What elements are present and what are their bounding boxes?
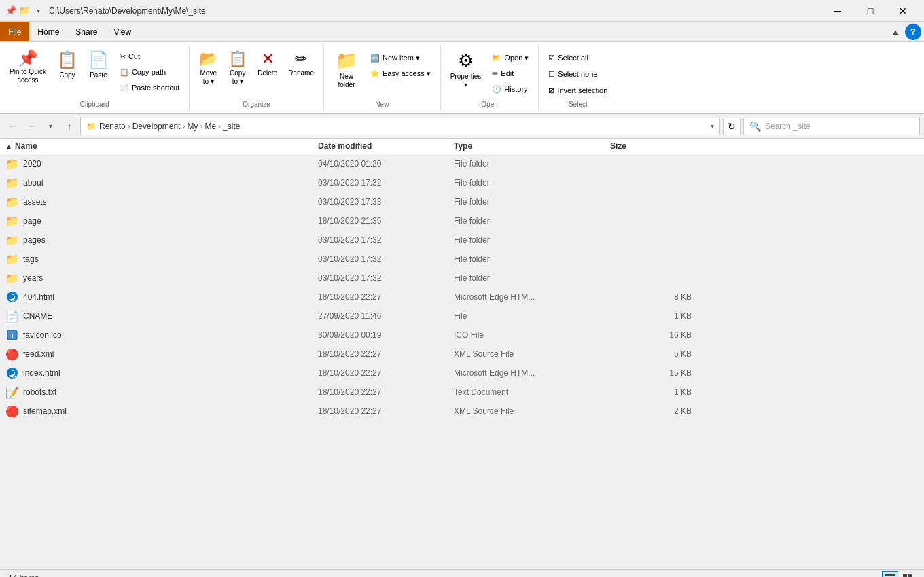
table-row[interactable]: 📁 assets 03/10/2020 17:33 File folder [0, 192, 924, 211]
file-date: 03/10/2020 17:33 [318, 197, 454, 207]
file-name: sitemap.xml [23, 406, 318, 416]
col-header-name[interactable]: ▲ Name [5, 141, 318, 151]
restore-button[interactable]: □ [855, 0, 886, 22]
table-row[interactable]: 📁 tags 03/10/2020 17:32 File folder [0, 249, 924, 268]
table-row[interactable]: 📁 years 03/10/2020 17:32 File folder [0, 268, 924, 287]
ribbon-paste-btn[interactable]: 📄 Paste [84, 48, 113, 82]
pin-label: Pin to Quickaccess [10, 68, 46, 84]
ribbon-open-btn[interactable]: 📂 Open ▾ [488, 50, 533, 65]
ribbon-select-all-btn[interactable]: ☑ Select all [544, 50, 611, 65]
file-date: 30/09/2020 00:19 [318, 330, 454, 340]
ribbon-delete-btn[interactable]: ✕ Delete [253, 48, 281, 80]
ribbon-edit-btn[interactable]: ✏ Edit [488, 66, 533, 81]
table-row[interactable]: 📝 robots.txt 18/10/2020 22:27 Text Docum… [0, 383, 924, 402]
address-bar[interactable]: 📁 Renato › Development › My › Me › _site… [80, 118, 720, 135]
bc-my[interactable]: My [187, 122, 198, 131]
ribbon-copy-to-btn[interactable]: 📋 Copyto ▾ [224, 48, 251, 88]
menu-share[interactable]: Share [67, 22, 105, 41]
table-row[interactable]: 📁 about 03/10/2020 17:32 File folder [0, 173, 924, 192]
file-icon: 📄 [5, 309, 19, 323]
easy-access-label: Easy access ▾ [383, 69, 431, 78]
file-type: ICO File [454, 330, 610, 340]
svg-text:I: I [12, 333, 13, 339]
table-row[interactable]: index.html 18/10/2020 22:27 Microsoft Ed… [0, 364, 924, 383]
folder-icon-address: 📁 [86, 122, 96, 131]
ribbon-move-to-btn[interactable]: 📂 Moveto ▾ [195, 48, 221, 88]
ribbon-cut-btn[interactable]: ✂ Cut [116, 49, 183, 64]
bc-me[interactable]: Me [205, 122, 216, 131]
title-bar-path: C:\Users\Renato\Development\My\Me\_site [49, 6, 822, 16]
table-row[interactable]: 🔴 feed.xml 18/10/2020 22:27 XML Source F… [0, 345, 924, 364]
ribbon-easy-access-btn[interactable]: ⭐ Easy access ▾ [366, 66, 435, 81]
file-type: File folder [454, 273, 610, 283]
menu-file[interactable]: File [0, 22, 29, 41]
ribbon-collapse-btn[interactable]: ▲ [891, 27, 900, 37]
large-icons-view-btn[interactable] [900, 571, 916, 578]
file-type: Microsoft Edge HTM... [454, 368, 610, 378]
file-name: page [23, 216, 318, 226]
invert-icon: ⊠ [548, 86, 554, 95]
table-row[interactable]: 📁 pages 03/10/2020 17:32 File folder [0, 230, 924, 249]
rename-label: Rename [288, 69, 314, 77]
file-icon: 🔴 [5, 404, 19, 418]
svg-rect-9 [908, 574, 912, 578]
minimize-button[interactable]: ─ [822, 0, 853, 22]
table-row[interactable]: 📄 CNAME 27/09/2020 11:46 File 1 KB [0, 307, 924, 326]
menu-view[interactable]: View [105, 22, 139, 41]
table-row[interactable]: 📁 page 18/10/2020 21:35 File folder [0, 211, 924, 230]
paste-large-icon: 📄 [88, 50, 109, 70]
forward-button[interactable]: → [23, 118, 39, 135]
search-box[interactable]: 🔍 Search _site [743, 118, 920, 135]
copy-to-label: Copyto ▾ [230, 69, 245, 86]
refresh-button[interactable]: ↻ [723, 118, 741, 135]
bc-development[interactable]: Development [132, 122, 181, 131]
help-button[interactable]: ? [905, 24, 921, 40]
ribbon-new-item-btn[interactable]: 🆕 New item ▾ [366, 50, 435, 65]
address-bar-row: ← → ▾ ↑ 📁 Renato › Development › My › Me… [0, 114, 924, 139]
file-icon [5, 366, 19, 380]
search-icon: 🔍 [749, 121, 761, 132]
close-button[interactable]: ✕ [887, 0, 919, 22]
select-col: ☑ Select all ☐ Select none ⊠ Invert sele… [544, 50, 611, 98]
table-row[interactable]: 🔴 sitemap.xml 18/10/2020 22:27 XML Sourc… [0, 402, 924, 421]
table-row[interactable]: 📁 2020 04/10/2020 01:20 File folder [0, 154, 924, 173]
file-date: 03/10/2020 17:32 [318, 254, 454, 264]
file-type: File folder [454, 178, 610, 188]
file-date: 18/10/2020 22:27 [318, 406, 454, 416]
bc-renato[interactable]: Renato [99, 122, 126, 131]
address-dropdown-btn[interactable]: ▾ [711, 122, 714, 130]
file-size: 16 KB [610, 330, 692, 340]
ribbon-properties-btn[interactable]: ⚙ Properties▾ [446, 48, 486, 92]
ribbon-new-folder-btn[interactable]: 📁 Newfolder [330, 48, 363, 92]
file-date: 18/10/2020 22:27 [318, 368, 454, 378]
svg-rect-8 [903, 574, 907, 578]
col-header-type[interactable]: Type [454, 141, 610, 151]
details-view-btn[interactable] [882, 571, 898, 578]
col-header-size[interactable]: Size [610, 141, 692, 151]
file-size: 1 KB [610, 311, 692, 321]
ribbon-select-none-btn[interactable]: ☐ Select none [544, 67, 611, 82]
col-header-date[interactable]: Date modified [318, 141, 454, 151]
col-name-up-arrow: ▲ [5, 143, 12, 150]
ribbon-copy-btn[interactable]: 📋 Copy [53, 48, 82, 82]
copy-path-icon: 📋 [120, 68, 129, 77]
ribbon-invert-selection-btn[interactable]: ⊠ Invert selection [544, 83, 611, 98]
ribbon-paste-shortcut-btn[interactable]: 📄 Paste shortcut [116, 80, 183, 95]
clipboard-label: Clipboard [80, 98, 109, 108]
file-icon: 📁 [5, 271, 19, 285]
new-label: New [375, 98, 389, 108]
menu-home[interactable]: Home [29, 22, 67, 41]
ribbon-history-btn[interactable]: 🕐 History [488, 82, 533, 97]
quick-access-chevron[interactable]: ▾ [33, 5, 43, 16]
ribbon-copy-path-btn[interactable]: 📋 Copy path [116, 65, 183, 80]
ribbon-rename-btn[interactable]: ✏ Rename [284, 48, 318, 80]
ribbon-pin-to-quick-access[interactable]: 📌 Pin to Quickaccess [5, 48, 50, 87]
history-icon: 🕐 [492, 85, 501, 94]
up-button[interactable]: ↑ [61, 118, 77, 135]
title-bar: 📌 📁 ▾ C:\Users\Renato\Development\My\Me\… [0, 0, 924, 22]
table-row[interactable]: I favicon.ico 30/09/2020 00:19 ICO File … [0, 326, 924, 345]
back-button[interactable]: ← [4, 118, 20, 135]
bc-site[interactable]: _site [223, 122, 240, 131]
table-row[interactable]: 404.html 18/10/2020 22:27 Microsoft Edge… [0, 287, 924, 307]
recent-locations-btn[interactable]: ▾ [42, 118, 58, 135]
